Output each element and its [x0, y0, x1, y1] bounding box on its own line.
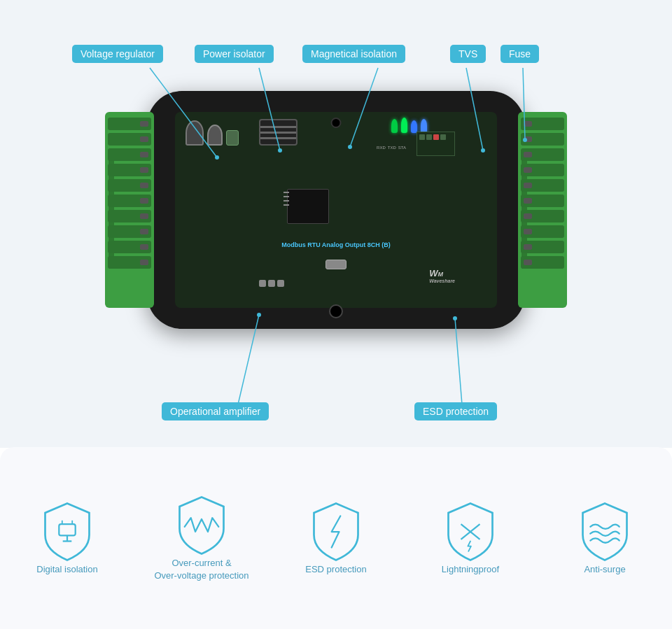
fuse-label: Fuse: [500, 45, 539, 63]
top-section: Modbus RTU Analog Output 8CH (B) WM Wave…: [0, 0, 672, 448]
pcb-text: Modbus RTU Analog Output 8CH (B): [281, 241, 391, 248]
tvs-label: TVS: [450, 45, 486, 63]
mounting-hole-bottom: [329, 304, 343, 318]
swd-pads: [259, 280, 284, 287]
terminals-right: [518, 112, 567, 308]
voltage-regulator-label: Voltage regulator: [72, 45, 163, 63]
anti-surge-icon: [573, 500, 636, 563]
esd-protection-label: ESD protection: [414, 402, 497, 420]
bottom-section: Digital isolation Over-current &Over-vol…: [0, 447, 672, 629]
terminals-left: [105, 112, 154, 308]
lightningproof-text: Lightningproof: [442, 563, 499, 576]
feature-anti-surge: Anti-surge: [538, 493, 672, 583]
power-isolator-label: Power isolator: [195, 45, 274, 63]
magnetical-isolation-label: Magnetical isolation: [302, 45, 405, 63]
feature-digital-isolation: Digital isolation: [0, 493, 134, 583]
feature-over-current: Over-current &Over-voltage protection: [134, 487, 269, 589]
feature-lightningproof: Lightningproof: [403, 493, 538, 583]
lightningproof-icon: [439, 500, 502, 563]
feature-esd-protection: ESD protection: [269, 493, 403, 583]
board-container: Modbus RTU Analog Output 8CH (B) WM Wave…: [119, 70, 553, 350]
esd-protection-shield-icon: [304, 500, 368, 563]
digital-isolation-text: Digital isolation: [36, 563, 97, 576]
over-current-icon: [170, 494, 233, 557]
esd-protection-text: ESD protection: [305, 563, 366, 576]
enclosure: Modbus RTU Analog Output 8CH (B) WM Wave…: [147, 91, 525, 329]
svg-rect-14: [59, 524, 75, 535]
crystal: [326, 260, 346, 269]
anti-surge-text: Anti-surge: [584, 563, 625, 576]
digital-isolation-icon: [36, 500, 99, 563]
pcb-board: Modbus RTU Analog Output 8CH (B) WM Wave…: [175, 112, 497, 308]
brand-logo: WM Waveshare: [429, 268, 455, 283]
operational-amplifier-label: Operational amplifier: [162, 402, 269, 420]
over-current-text: Over-current &Over-voltage protection: [154, 557, 248, 582]
